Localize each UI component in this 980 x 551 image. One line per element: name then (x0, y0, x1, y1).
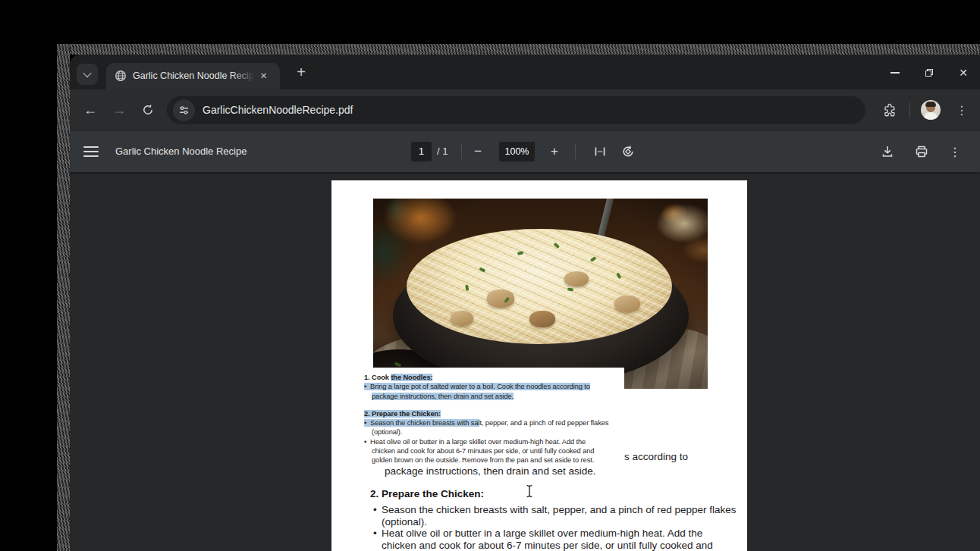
puzzle-icon (881, 102, 897, 118)
pdf-menu-button[interactable] (83, 146, 99, 157)
avatar (921, 100, 941, 120)
toolbar-separator (461, 144, 462, 159)
back-button[interactable]: ← (80, 99, 101, 121)
pdf-document-title: Garlic Chicken Noodle Recipe (115, 131, 247, 172)
pdf-more-options-button[interactable]: ⋮ (944, 141, 966, 162)
browser-menu-button[interactable]: ⋮ (951, 99, 972, 121)
toolbar-separator (909, 102, 910, 118)
drag-line-3: package instructions, then drain and set… (364, 392, 624, 401)
drag-line-8: chicken and cook for about 6-7 minutes p… (364, 446, 624, 456)
page-number-input[interactable]: 1 (411, 142, 432, 161)
tab-search-button[interactable] (77, 64, 98, 85)
screen: Garlic Chicken Noodle Recipe ✕ + ✕ ← → (0, 0, 980, 551)
forward-button[interactable]: → (108, 99, 130, 121)
browser-toolbar: ← → GarlicChickenNoodleRecipe.pd (70, 89, 980, 131)
season-bullet-line-2: (optional). (382, 516, 427, 528)
tab-garlic-chicken-noodle-recipe[interactable]: Garlic Chicken Noodle Recipe ✕ (106, 63, 280, 89)
drag-line-1: 1. Cook the Noodles: (364, 373, 624, 382)
window-minimize-button[interactable] (886, 64, 904, 82)
drag-line-2: • Bring a large pot of salted water to a… (364, 382, 624, 391)
window-restore-button[interactable] (920, 64, 938, 82)
zoom-out-button[interactable]: − (467, 141, 488, 162)
heat-bullet-line-2: chicken and cook for about 6-7 minutes p… (382, 540, 713, 551)
step-2-heading: 2.Prepare the Chicken: (370, 488, 484, 499)
minimize-icon (890, 72, 900, 74)
rotate-ccw-icon (620, 144, 636, 159)
zoom-level-input[interactable]: 100% (499, 142, 535, 161)
zoom-in-button[interactable]: + (544, 141, 565, 162)
drag-line-6: (optional). (364, 427, 624, 437)
download-button[interactable] (877, 141, 898, 162)
photo-vignette (373, 199, 708, 389)
noodles-continuation-line: package instructions, then drain and set… (385, 465, 595, 477)
fit-width-icon (592, 144, 608, 159)
download-icon (880, 144, 895, 159)
heat-bullet-line-1: •Heat olive oil or butter in a large ski… (373, 528, 702, 539)
reload-icon (141, 103, 155, 117)
tab-strip: Garlic Chicken Noodle Recipe ✕ + ✕ (70, 55, 980, 89)
browser-window: Garlic Chicken Noodle Recipe ✕ + ✕ ← → (70, 55, 980, 551)
print-icon (914, 144, 929, 159)
video-noise-border-top (57, 44, 980, 55)
page-count-label: / 1 (437, 131, 448, 172)
reload-button[interactable] (137, 99, 159, 121)
pdf-viewer[interactable]: s according to package instructions, the… (70, 172, 980, 551)
bullet-glyph: • (373, 504, 382, 515)
site-settings-button[interactable] (173, 99, 195, 121)
step-2-title: Prepare the Chicken: (382, 488, 484, 499)
rotate-button[interactable] (617, 141, 639, 162)
globe-icon (115, 70, 127, 82)
chevron-down-icon (83, 69, 91, 77)
season-bullet-line-1: •Season the chicken breasts with salt, p… (373, 504, 737, 515)
drag-line-9: golden brown on the outside. Remove from… (364, 456, 624, 465)
drag-selection-preview: 1. Cook the Noodles: • Bring a large pot… (362, 368, 624, 465)
recipe-photo (373, 199, 708, 389)
drag-line-gap (364, 401, 624, 409)
window-close-button[interactable]: ✕ (954, 64, 972, 82)
heat-text-1: Heat olive oil or butter in a large skil… (382, 528, 702, 539)
step-2-number: 2. (370, 488, 382, 499)
drag-line-4: 2. Prepare the Chicken: (364, 409, 624, 418)
drag-line-5: • Season the chicken breasts with salt, … (364, 418, 624, 427)
tune-icon (177, 104, 190, 117)
address-bar[interactable]: GarlicChickenNoodleRecipe.pdf (167, 96, 865, 124)
profile-avatar-button[interactable] (921, 100, 941, 120)
season-text-1: Season the chicken breasts with salt, pe… (382, 504, 737, 515)
new-tab-button[interactable]: + (291, 63, 311, 83)
bullet-glyph: • (373, 528, 382, 539)
pdf-toolbar: Garlic Chicken Noodle Recipe 1 / 1 − 100… (70, 131, 980, 172)
fit-to-width-button[interactable] (589, 141, 611, 162)
video-noise-border-left (57, 44, 70, 551)
toolbar-separator (575, 144, 576, 159)
occluded-line-fragment: s according to (624, 451, 688, 462)
print-button[interactable] (911, 141, 932, 162)
text-cursor-ibeam (525, 484, 534, 499)
restore-icon (925, 69, 933, 77)
drag-line-7: • Heat olive oil or butter in a large sk… (364, 437, 624, 446)
url-text[interactable]: GarlicChickenNoodleRecipe.pdf (203, 96, 353, 124)
tab-close-button[interactable]: ✕ (257, 70, 270, 83)
tab-title-fade (231, 64, 256, 89)
extensions-button[interactable] (878, 99, 900, 121)
pdf-page: s according to package instructions, the… (331, 180, 747, 551)
